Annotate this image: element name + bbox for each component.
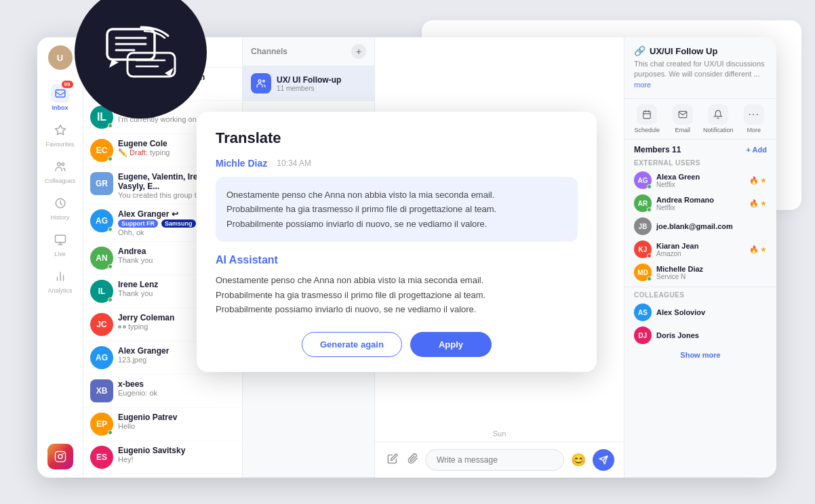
attach-button[interactable]	[405, 450, 421, 469]
svg-point-20	[62, 454, 63, 455]
members-panel-desc: This chat created for UX/UI discussions …	[634, 59, 767, 90]
add-channel-button[interactable]: +	[351, 44, 366, 59]
modal-sender-name: Michle Diaz	[216, 158, 267, 169]
member-item-joe-blank[interactable]: JB joe.blank@gmail.com	[624, 215, 776, 238]
svg-point-22	[263, 80, 265, 82]
svg-rect-18	[55, 452, 65, 462]
member-item-doris-jones[interactable]: DJ Doris Jones	[624, 324, 776, 347]
channel-item-ux-ui[interactable]: UX/ UI Follow-up 11 members	[243, 66, 374, 101]
members-panel-title: UX/UI Follow Up	[650, 46, 717, 56]
show-more-button[interactable]: Show more	[624, 347, 776, 363]
emoji-button[interactable]: 😊	[568, 450, 589, 470]
chat-input-bar: 😊	[375, 442, 624, 478]
colleagues-section-label: Colleagues	[624, 287, 776, 301]
svg-rect-25	[643, 112, 651, 119]
member-item-michelle-diaz[interactable]: MD Michelle Diaz Service N	[624, 261, 776, 284]
schedule-label: Schedule	[634, 127, 660, 133]
channel-name: UX/ UI Follow-up	[277, 75, 341, 85]
channel-members: 11 members	[277, 85, 341, 92]
send-button[interactable]	[593, 449, 614, 471]
modal-original-text: Onestamente penso che Anna non abbia vis…	[216, 177, 578, 242]
modal-timestamp: 10:34 AM	[277, 159, 311, 168]
more-label: More	[747, 127, 761, 133]
nav-item-live[interactable]: Live	[37, 226, 83, 262]
member-item-alexa-green[interactable]: AG Alexa Green Netflix 🔥 ★	[624, 169, 776, 192]
edit-button[interactable]	[384, 450, 401, 469]
members-panel: 🔗 UX/UI Follow Up This chat created for …	[624, 37, 776, 478]
modal-ai-label: AI Assistant	[216, 254, 578, 266]
member-item-andrea-romano[interactable]: AR Andrea Romano Netflix 🔥 ★	[624, 192, 776, 215]
email-action[interactable]: Email	[666, 104, 700, 133]
nav-item-instagram[interactable]	[47, 444, 73, 469]
chat-input[interactable]	[425, 449, 564, 471]
nav-item-favourites[interactable]: Favourites	[37, 116, 83, 152]
translate-modal: Translate Michle Diaz 10:34 AM Onestamen…	[197, 112, 597, 372]
doris-jones-name: Doris Jones	[656, 331, 767, 339]
favourites-label: Favourites	[45, 141, 74, 148]
list-item[interactable]: EP Eugenio Patrev Hello	[83, 408, 242, 441]
svg-rect-12	[55, 235, 65, 243]
svg-point-21	[258, 80, 261, 83]
list-item[interactable]: ES Eugenio Savitsky Hey!	[83, 441, 242, 474]
nav-item-history[interactable]: History	[37, 189, 83, 226]
add-member-button[interactable]: + Add	[747, 146, 767, 154]
generate-again-button[interactable]: Generate again	[302, 332, 402, 357]
email-label: Email	[675, 127, 690, 133]
more-link[interactable]: more	[634, 81, 651, 89]
nav-item-analytics[interactable]: Analytics	[37, 262, 83, 299]
sidebar-nav: U 99 Inbox Favourites	[37, 37, 83, 478]
list-item[interactable]: XB x-bees Eugenio: ok	[83, 375, 242, 408]
analytics-label: Analytics	[47, 287, 72, 294]
svg-point-10	[61, 163, 64, 165]
external-users-label: External users	[624, 157, 776, 169]
inbox-badge: 99	[62, 81, 73, 88]
colleagues-label: Colleagues	[45, 177, 75, 184]
member-item-alex-soloviov[interactable]: AS Alex Soloviov	[624, 301, 776, 324]
member-item-kiaran-jean[interactable]: KJ Kiaran Jean Amazon 🔥 ★	[624, 238, 776, 261]
schedule-action[interactable]: Schedule	[630, 104, 664, 133]
more-action[interactable]: ··· More	[737, 104, 772, 133]
modal-title: Translate	[216, 129, 578, 147]
notification-action[interactable]: Notification	[701, 104, 736, 133]
svg-point-19	[58, 455, 62, 459]
day-label: Sun	[375, 425, 624, 442]
notification-label: Notification	[703, 127, 734, 133]
inbox-label: Inbox	[52, 104, 68, 111]
members-count: Members 11	[634, 145, 681, 154]
svg-marker-8	[55, 125, 65, 135]
modal-translated-text: Onestamente penso che Anna non abbia vis…	[216, 273, 578, 316]
history-label: History	[50, 214, 69, 221]
apply-button[interactable]: Apply	[410, 332, 492, 357]
user-avatar[interactable]: U	[48, 45, 73, 70]
svg-point-9	[57, 163, 60, 166]
nav-item-colleagues[interactable]: Colleagues	[37, 152, 83, 189]
nav-item-inbox[interactable]: 99 Inbox	[37, 79, 83, 116]
live-label: Live	[54, 251, 66, 257]
